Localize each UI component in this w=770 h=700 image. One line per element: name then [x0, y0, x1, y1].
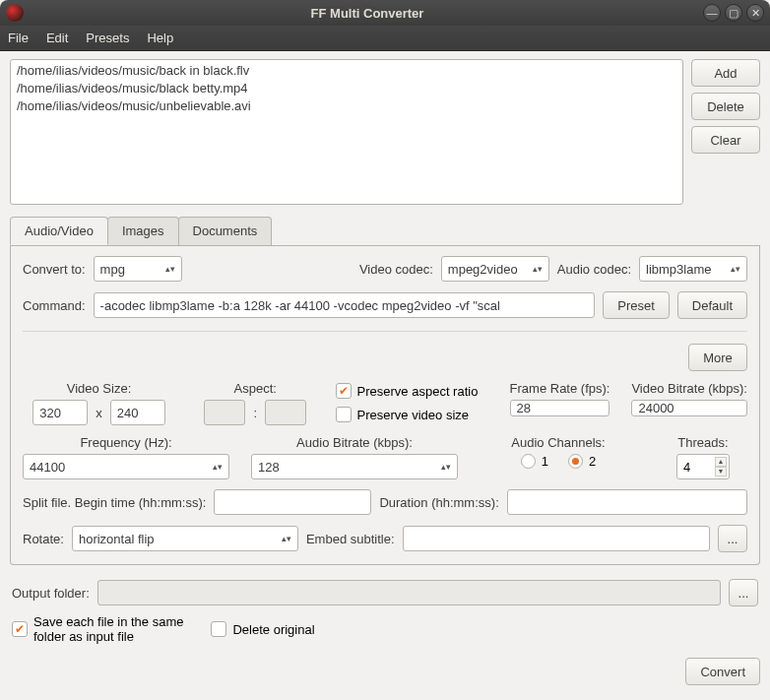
video-bitrate-label: Video Bitrate (kbps): — [631, 381, 747, 396]
audio-video-panel: Convert to: mpg ▴▾ Video codec: mpeg2vid… — [10, 246, 760, 565]
tab-documents[interactable]: Documents — [178, 217, 273, 245]
checkbox-icon — [336, 383, 352, 399]
audio-bitrate-label: Audio Bitrate (kbps): — [296, 435, 413, 450]
video-codec-select[interactable]: mpeg2video ▴▾ — [441, 256, 549, 282]
chevron-down-icon: ▴▾ — [441, 462, 451, 472]
video-size-label: Video Size: — [67, 381, 132, 396]
tab-audio-video[interactable]: Audio/Video — [10, 217, 108, 245]
rotate-select[interactable]: horizontal flip ▴▾ — [72, 526, 298, 551]
default-button[interactable]: Default — [677, 291, 747, 319]
tabs: Audio/Video Images Documents — [10, 217, 760, 246]
threads-label: Threads: — [677, 435, 728, 450]
video-width-input[interactable] — [32, 400, 88, 425]
aspect-label: Aspect: — [234, 381, 277, 396]
output-folder-label: Output folder: — [12, 586, 90, 601]
audio-codec-label: Audio codec: — [557, 262, 631, 277]
list-item[interactable]: /home/ilias/videos/music/black betty.mp4 — [17, 80, 676, 97]
checkbox-icon — [211, 621, 226, 637]
audio-bitrate-select[interactable]: 128 ▴▾ — [251, 454, 458, 479]
threads-spinner[interactable]: ▲▼ — [676, 454, 730, 479]
subtitle-input[interactable] — [403, 526, 710, 551]
checkbox-icon — [12, 621, 28, 637]
subtitle-browse-button[interactable]: ... — [718, 525, 747, 552]
add-button[interactable]: Add — [691, 59, 760, 87]
checkbox-icon — [336, 407, 352, 422]
app-icon — [6, 4, 24, 22]
clear-button[interactable]: Clear — [691, 126, 760, 154]
video-bitrate-input[interactable] — [631, 400, 747, 416]
list-item[interactable]: /home/ilias/videos/music/unbelievable.av… — [17, 97, 676, 115]
chevron-down-icon: ▴▾ — [165, 264, 175, 274]
split-begin-input[interactable] — [214, 489, 371, 515]
channels-1-radio[interactable]: 1 — [521, 454, 548, 469]
convert-button[interactable]: Convert — [685, 658, 760, 685]
file-list[interactable]: /home/ilias/videos/music/back in black.f… — [10, 59, 683, 205]
menu-file[interactable]: File — [8, 31, 29, 45]
output-folder-input[interactable] — [97, 580, 721, 605]
video-height-input[interactable] — [110, 400, 165, 425]
aspect-h-input — [265, 400, 306, 425]
command-label: Command: — [23, 298, 86, 313]
delete-button[interactable]: Delete — [691, 93, 760, 120]
duration-input[interactable] — [507, 489, 747, 515]
window-title: FF Multi Converter — [32, 6, 703, 21]
channels-2-radio[interactable]: 2 — [568, 454, 596, 469]
frame-rate-input[interactable] — [510, 400, 610, 416]
output-browse-button[interactable]: ... — [729, 579, 758, 606]
convert-to-label: Convert to: — [23, 262, 86, 277]
audio-channels-label: Audio Channels: — [511, 435, 605, 450]
save-same-folder-checkbox[interactable]: Save each file in the same folder as inp… — [12, 614, 183, 644]
frame-rate-label: Frame Rate (fps): — [510, 381, 610, 396]
frequency-select[interactable]: 44100 ▴▾ — [23, 454, 229, 479]
more-button[interactable]: More — [688, 344, 747, 371]
command-input[interactable] — [94, 292, 596, 318]
aspect-w-input — [204, 400, 245, 425]
titlebar: FF Multi Converter — ▢ ✕ — [0, 0, 770, 26]
preserve-size-checkbox[interactable]: Preserve video size — [336, 407, 488, 422]
list-item[interactable]: /home/ilias/videos/music/back in black.f… — [17, 62, 676, 80]
preserve-aspect-checkbox[interactable]: Preserve aspect ratio — [336, 383, 488, 399]
duration-label: Duration (hh:mm:ss): — [379, 495, 498, 510]
chevron-down-icon: ▴▾ — [213, 462, 223, 472]
chevron-down-icon: ▴▾ — [282, 534, 291, 543]
menu-edit[interactable]: Edit — [46, 31, 68, 45]
chevron-down-icon: ▴▾ — [533, 264, 543, 274]
audio-codec-select[interactable]: libmp3lame ▴▾ — [639, 256, 747, 282]
menubar: File Edit Presets Help — [0, 26, 770, 51]
minimize-button[interactable]: — — [703, 4, 721, 22]
radio-icon — [521, 454, 536, 469]
subtitle-label: Embed subtitle: — [306, 532, 395, 546]
radio-icon — [568, 454, 583, 469]
delete-original-checkbox[interactable]: Delete original — [211, 621, 314, 637]
close-button[interactable]: ✕ — [746, 4, 764, 22]
maximize-button[interactable]: ▢ — [725, 4, 742, 22]
rotate-label: Rotate: — [23, 532, 64, 546]
convert-to-select[interactable]: mpg ▴▾ — [94, 256, 182, 282]
split-begin-label: Split file. Begin time (hh:mm:ss): — [23, 495, 206, 510]
frequency-label: Frequency (Hz): — [80, 435, 171, 450]
menu-help[interactable]: Help — [147, 31, 173, 45]
preset-button[interactable]: Preset — [603, 291, 670, 319]
menu-presets[interactable]: Presets — [86, 31, 129, 45]
chevron-down-icon: ▴▾ — [731, 264, 740, 274]
tab-images[interactable]: Images — [107, 217, 179, 245]
video-codec-label: Video codec: — [359, 262, 433, 277]
